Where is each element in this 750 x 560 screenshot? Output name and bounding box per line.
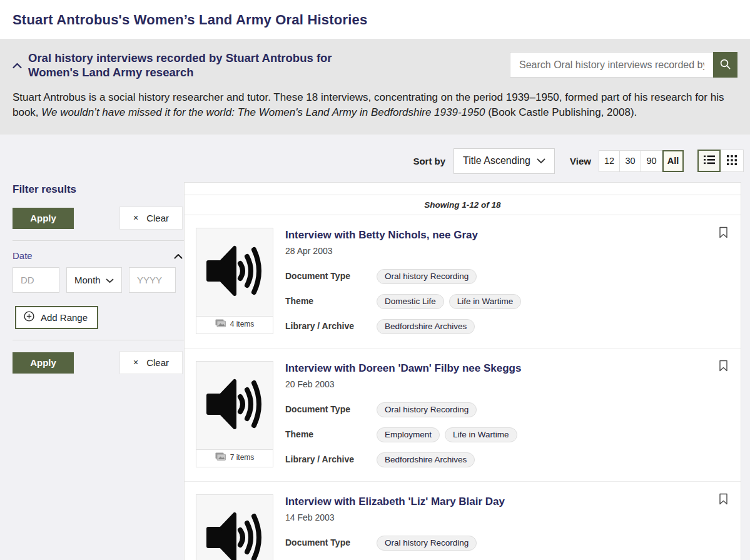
- bookmark-button[interactable]: [719, 360, 728, 374]
- sort-dropdown[interactable]: Title Ascending: [454, 148, 555, 174]
- sidebar-divider: [13, 340, 184, 340]
- filter-apply-button-top[interactable]: Apply: [13, 208, 74, 229]
- sort-selected-value: Title Ascending: [463, 155, 530, 166]
- result-date: 14 Feb 2003: [285, 512, 729, 522]
- list-view-button[interactable]: [697, 150, 721, 172]
- bookmark-icon: [719, 364, 728, 374]
- view-count-30[interactable]: 30: [620, 150, 641, 172]
- result-thumbnail[interactable]: [196, 494, 273, 560]
- results-panel: Showing 1-12 of 18: [184, 182, 741, 560]
- collection-heading-toggle[interactable]: Oral history interviews recorded by Stua…: [13, 51, 378, 79]
- theme-label: Theme: [285, 427, 377, 439]
- theme-pill[interactable]: Life in Wartime: [449, 294, 522, 309]
- chevron-up-icon[interactable]: [13, 60, 22, 79]
- library-pill[interactable]: Bedfordshire Archives: [377, 319, 475, 334]
- audio-speaker-icon: [203, 506, 266, 560]
- view-count-90[interactable]: 90: [641, 150, 662, 172]
- result-item: 4 items Interview with Betty Nichols, ne…: [185, 215, 741, 349]
- filter-clear-button-top[interactable]: × Clear: [119, 206, 183, 230]
- panel-header-strip: [185, 183, 741, 195]
- search-icon: [719, 58, 731, 72]
- theme-pill[interactable]: Domestic Life: [377, 294, 444, 309]
- audio-speaker-icon: [203, 240, 266, 305]
- view-count-group: 12 30 90 All: [599, 150, 684, 172]
- close-icon: ×: [133, 213, 138, 223]
- audio-speaker-icon: [203, 373, 266, 438]
- document-type-label: Document Type: [285, 402, 377, 414]
- theme-pill[interactable]: Life in Wartime: [445, 427, 517, 442]
- filter-apply-button-bottom[interactable]: Apply: [13, 352, 74, 374]
- document-type-pill[interactable]: Oral history Recording: [377, 536, 477, 551]
- theme-pill[interactable]: Employment: [377, 427, 440, 442]
- filter-sidebar: Filter results Apply × Clear Date Month: [0, 182, 184, 374]
- add-range-button[interactable]: Add Range: [15, 306, 98, 329]
- date-filter-header[interactable]: Date: [13, 250, 184, 262]
- images-icon: [215, 452, 226, 462]
- document-type-label: Document Type: [285, 269, 377, 281]
- theme-label: Theme: [285, 294, 377, 306]
- date-month-select[interactable]: Month: [66, 267, 122, 293]
- chevron-up-icon[interactable]: [174, 250, 183, 262]
- search-button[interactable]: [713, 52, 737, 78]
- result-title-link[interactable]: Interview with Betty Nichols, nee Gray: [285, 229, 729, 242]
- grid-view-button[interactable]: [721, 150, 744, 172]
- result-item: 7 items Interview with Doreen 'Dawn' Fil…: [185, 349, 741, 482]
- search-input[interactable]: [510, 52, 713, 78]
- result-title-link[interactable]: Interview with Doreen 'Dawn' Filby nee S…: [285, 362, 729, 375]
- plus-circle-icon: [24, 311, 34, 323]
- result-date: 28 Apr 2003: [285, 246, 729, 256]
- sidebar-divider: [13, 240, 184, 241]
- results-toolbar: Sort by Title Ascending View 12 30 90 Al…: [0, 135, 750, 174]
- view-layout-group: [697, 150, 744, 172]
- view-count-12[interactable]: 12: [599, 150, 620, 172]
- document-type-pill[interactable]: Oral history Recording: [377, 269, 477, 284]
- date-year-input[interactable]: [129, 267, 176, 293]
- library-archive-label: Library / Archive: [285, 319, 377, 331]
- page-header: Stuart Antrobus's Women’s Land Army Oral…: [0, 0, 750, 39]
- results-summary: Showing 1-12 of 18: [185, 195, 741, 215]
- document-type-pill[interactable]: Oral history Recording: [377, 402, 477, 417]
- item-count-badge: 7 items: [196, 449, 273, 466]
- item-count-badge: 4 items: [196, 316, 273, 332]
- collection-searchbar: [510, 52, 737, 78]
- filter-heading: Filter results: [13, 183, 184, 196]
- view-label: View: [570, 156, 591, 166]
- result-date: 20 Feb 2003: [285, 379, 729, 389]
- date-inputs-row: Month: [13, 267, 184, 293]
- book-title: We wouldn’t have missed it for the world…: [41, 106, 485, 118]
- chevron-down-icon: [537, 155, 545, 166]
- result-item: Interview with Elizabeth 'Liz' Mary Blai…: [185, 482, 741, 560]
- view-count-all[interactable]: All: [662, 150, 684, 172]
- bookmark-icon: [719, 497, 728, 507]
- list-view-icon: [704, 155, 715, 166]
- date-filter-label: Date: [13, 250, 33, 261]
- sort-by-label: Sort by: [413, 156, 445, 166]
- result-thumbnail[interactable]: 7 items: [196, 361, 273, 467]
- date-day-input[interactable]: [13, 267, 59, 293]
- bookmark-button[interactable]: [719, 493, 728, 507]
- collection-description: Stuart Antrobus is a social history rese…: [13, 90, 737, 121]
- page-title: Stuart Antrobus's Women’s Land Army Oral…: [13, 12, 737, 28]
- filter-clear-button-bottom[interactable]: × Clear: [119, 351, 183, 374]
- result-thumbnail[interactable]: 4 items: [196, 228, 273, 334]
- images-icon: [215, 319, 226, 329]
- bookmark-button[interactable]: [719, 227, 728, 240]
- document-type-label: Document Type: [285, 536, 377, 547]
- library-pill[interactable]: Bedfordshire Archives: [377, 452, 475, 467]
- library-archive-label: Library / Archive: [285, 452, 377, 464]
- bookmark-icon: [719, 231, 728, 240]
- close-icon: ×: [133, 357, 138, 367]
- collection-heading: Oral history interviews recorded by Stua…: [28, 51, 378, 79]
- chevron-down-icon: [106, 275, 114, 285]
- result-title-link[interactable]: Interview with Elizabeth 'Liz' Mary Blai…: [285, 496, 729, 508]
- collection-band: Oral history interviews recorded by Stua…: [0, 39, 750, 135]
- grid-view-icon: [727, 155, 737, 167]
